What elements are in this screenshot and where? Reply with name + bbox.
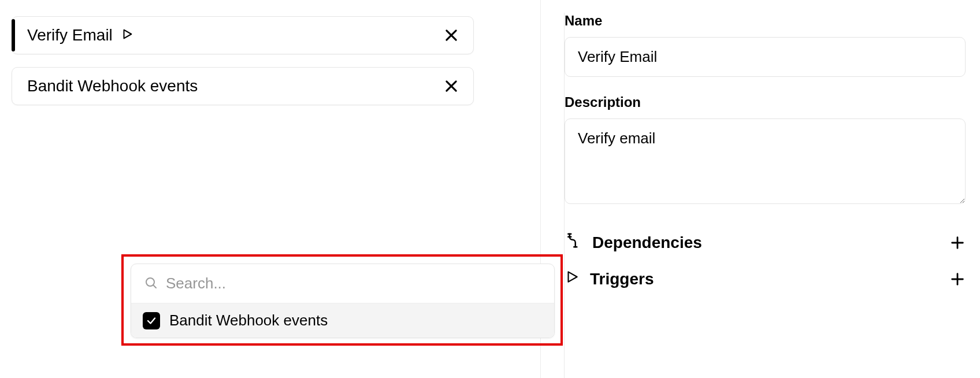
checkbox-checked[interactable] <box>143 312 160 329</box>
section-label: Triggers <box>590 270 654 288</box>
name-label: Name <box>565 13 966 29</box>
remove-card-button[interactable] <box>443 27 459 43</box>
section-dependencies[interactable]: Dependencies <box>565 224 966 261</box>
section-label: Dependencies <box>592 234 702 252</box>
check-icon <box>146 316 157 326</box>
svg-marker-0 <box>124 30 131 39</box>
plus-icon <box>949 235 966 251</box>
cards-list: Verify Email Bandit Webhook events <box>12 16 474 118</box>
close-icon <box>443 27 459 43</box>
play-icon <box>121 26 133 45</box>
section-triggers[interactable]: Triggers <box>565 261 966 297</box>
dropdown-option[interactable]: Bandit Webhook events <box>131 303 554 338</box>
add-dependency-button[interactable] <box>949 235 966 251</box>
remove-card-button[interactable] <box>443 78 459 94</box>
card-title: Verify Email <box>27 26 113 45</box>
search-input[interactable] <box>166 275 541 292</box>
card-bandit-webhook-events[interactable]: Bandit Webhook events <box>12 67 474 105</box>
search-icon <box>144 276 158 292</box>
details-panel: Name Description Dependencies <box>564 13 966 378</box>
close-icon <box>443 78 459 94</box>
add-trigger-button[interactable] <box>949 271 966 287</box>
card-title: Bandit Webhook events <box>27 77 198 95</box>
play-icon <box>565 269 580 288</box>
card-verify-email[interactable]: Verify Email <box>12 16 474 54</box>
description-label: Description <box>565 94 966 110</box>
dependencies-icon <box>565 232 582 253</box>
svg-marker-10 <box>569 272 577 281</box>
plus-icon <box>949 271 966 287</box>
search-dropdown: Bandit Webhook events <box>131 264 555 338</box>
dropdown-option-label: Bandit Webhook events <box>169 312 328 329</box>
svg-line-6 <box>153 285 156 288</box>
name-field[interactable] <box>565 37 966 77</box>
search-row <box>131 264 554 303</box>
description-field[interactable] <box>565 118 966 204</box>
